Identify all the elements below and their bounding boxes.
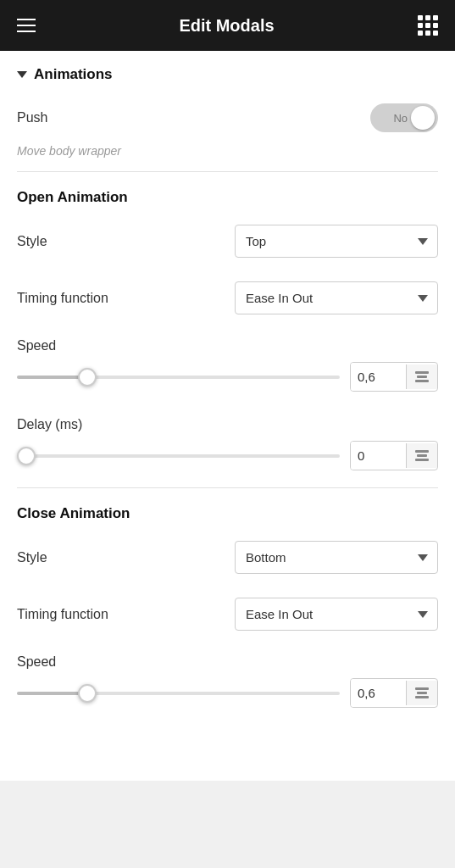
open-delay-input[interactable] <box>351 442 406 470</box>
toggle-knob <box>411 106 435 130</box>
push-toggle[interactable]: No <box>370 103 438 132</box>
close-style-select-wrapper: Top Bottom Left Right Fade None <box>235 541 438 574</box>
open-style-row: Style Top Bottom Left Right Fade None <box>17 213 438 270</box>
close-timing-select[interactable]: Ease In Out Ease In Ease Out Linear <box>235 598 438 631</box>
divider-2 <box>17 487 438 488</box>
bottom-pad <box>17 721 438 755</box>
close-timing-select-wrapper: Ease In Out Ease In Ease Out Linear <box>235 598 438 631</box>
open-delay-slider[interactable] <box>17 454 340 458</box>
push-row: Push No <box>17 92 438 144</box>
grid-icon[interactable] <box>418 15 438 36</box>
close-style-row: Style Top Bottom Left Right Fade None <box>17 529 438 586</box>
open-timing-select[interactable]: Ease In Out Ease In Ease Out Linear <box>235 281 438 314</box>
open-style-label: Style <box>17 234 47 249</box>
close-speed-stack-icon <box>415 687 429 698</box>
open-timing-select-wrapper: Ease In Out Ease In Ease Out Linear <box>235 281 438 314</box>
open-style-select-wrapper: Top Bottom Left Right Fade None <box>235 225 438 258</box>
close-speed-stack-btn[interactable] <box>406 681 437 705</box>
close-speed-input[interactable] <box>351 679 406 707</box>
close-speed-label: Speed <box>17 646 438 678</box>
open-speed-input[interactable] <box>351 363 406 391</box>
open-speed-input-wrap <box>350 362 438 392</box>
open-delay-stack-icon <box>415 450 429 461</box>
close-timing-label: Timing function <box>17 607 108 622</box>
open-speed-slider[interactable] <box>17 376 340 379</box>
close-style-select[interactable]: Top Bottom Left Right Fade None <box>235 541 438 574</box>
header: Edit Modals <box>0 0 455 51</box>
open-delay-slider-row <box>17 441 438 470</box>
open-speed-section: Speed <box>17 326 438 405</box>
close-style-label: Style <box>17 550 47 565</box>
chevron-down-icon <box>17 71 27 78</box>
toggle-no-label: No <box>393 112 408 125</box>
close-speed-input-wrap <box>350 678 438 708</box>
close-animation-title: Close Animation <box>17 492 438 529</box>
close-speed-section: Speed <box>17 643 438 721</box>
divider-1 <box>17 171 438 172</box>
open-delay-label: Delay (ms) <box>17 409 438 441</box>
close-speed-slider-row <box>17 678 438 708</box>
push-sublabel: Move body wrapper <box>17 144 438 168</box>
open-animation-title: Open Animation <box>17 175 438 213</box>
open-speed-stack-btn[interactable] <box>406 364 437 389</box>
open-timing-label: Timing function <box>17 291 108 306</box>
animations-title: Animations <box>34 66 113 83</box>
open-timing-row: Timing function Ease In Out Ease In Ease… <box>17 270 438 326</box>
open-speed-stack-icon <box>415 371 429 382</box>
open-speed-slider-row <box>17 362 438 392</box>
page-title: Edit Modals <box>179 16 274 36</box>
animations-section-header[interactable]: Animations <box>17 51 438 92</box>
open-delay-section: Delay (ms) <box>17 405 438 484</box>
menu-icon[interactable] <box>17 19 36 32</box>
content-area: Animations Push No Move body wrapper Ope… <box>0 51 455 781</box>
push-label: Push <box>17 110 47 125</box>
open-delay-input-wrap <box>350 441 438 470</box>
close-speed-slider[interactable] <box>17 692 340 695</box>
open-speed-label: Speed <box>17 330 438 362</box>
close-timing-row: Timing function Ease In Out Ease In Ease… <box>17 586 438 643</box>
open-style-select[interactable]: Top Bottom Left Right Fade None <box>235 225 438 258</box>
open-delay-stack-btn[interactable] <box>406 443 437 468</box>
